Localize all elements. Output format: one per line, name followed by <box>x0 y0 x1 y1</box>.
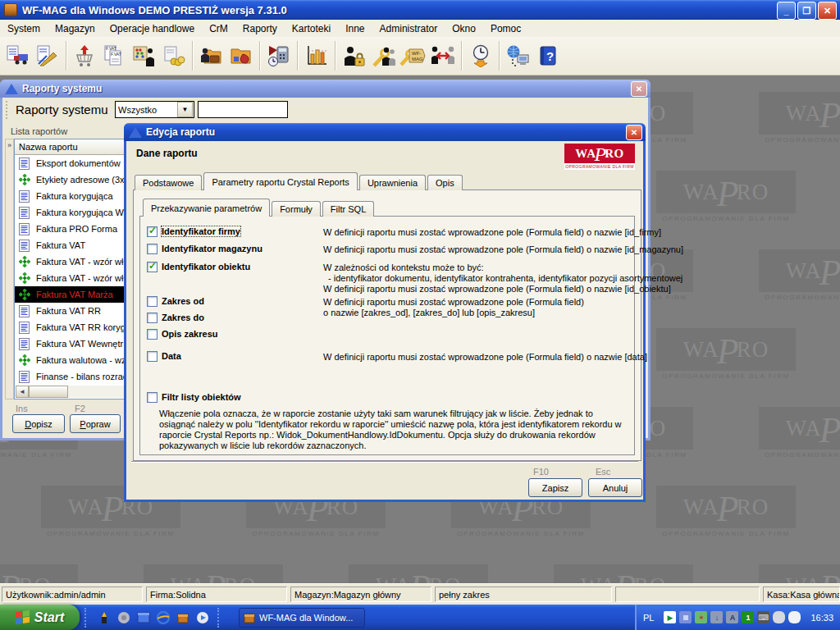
wapro-watermark: WAPROOPROGRAMOWANIE DLA FIRM <box>349 564 488 583</box>
wizard-icon[interactable] <box>96 609 112 626</box>
main-toolbar: F.VATF.VAT WF-MAG ? <box>0 37 840 75</box>
money-documents-icon[interactable] <box>159 39 189 72</box>
menu-pomoc[interactable]: Pomoc <box>483 21 528 37</box>
scroll-left-icon[interactable]: ◄ <box>16 386 29 398</box>
label-data: Data <box>162 351 181 361</box>
wfmag-config-icon[interactable]: WF-MAG <box>399 39 428 72</box>
close-button[interactable]: ✕ <box>818 2 837 20</box>
checkbox-identyfikator-firmy[interactable] <box>147 226 158 237</box>
tab-uprawnienia[interactable]: Uprawnienia <box>359 175 426 190</box>
status-range: pełny zakres <box>435 587 612 602</box>
edit-dialog-titlebar[interactable]: Edycja raportu ✕ <box>124 123 646 141</box>
fvat-invoices-icon[interactable]: F.VATF.VAT <box>100 39 130 72</box>
messenger-icon[interactable] <box>116 609 132 626</box>
tab-parametry-crystal[interactable]: Parametry raportu Crystal Reports <box>203 172 358 190</box>
main-window-title: WF-MAG dla Windows DEMO PRESTIŻ wersja 7… <box>22 4 287 16</box>
calculator-clock-icon[interactable] <box>264 39 294 72</box>
windows-app-icon[interactable] <box>135 609 152 626</box>
report-player-tray-icon[interactable]: ▶ <box>664 611 676 623</box>
edit-report-button[interactable]: Popraw <box>70 414 121 433</box>
toolbar-grip <box>6 101 10 119</box>
report-name: Faktura korygująca <box>36 191 113 201</box>
users-transfer-icon[interactable] <box>428 39 458 72</box>
menu-operacje-handlowe[interactable]: Operacje handlowe <box>103 21 202 37</box>
checkbox-zakres-od[interactable] <box>147 296 158 307</box>
document-report-icon <box>19 305 31 317</box>
bar-chart-icon[interactable] <box>302 39 331 72</box>
shortcut-f2: F2 <box>75 404 85 413</box>
add-report-button[interactable]: Dopisz <box>12 414 65 433</box>
desktop: WF-MAG dla Windows DEMO PRESTIŻ wersja 7… <box>0 0 840 630</box>
checkbox-filtr-listy-obiektow[interactable] <box>147 392 158 403</box>
tab-podstawowe[interactable]: Podstawowe <box>135 175 202 190</box>
internet-explorer-icon[interactable] <box>155 609 171 626</box>
crystal-report-icon <box>19 354 31 367</box>
network-tray-icon[interactable] <box>679 611 692 623</box>
save-button[interactable]: Zapisz <box>528 478 582 497</box>
checkbox-opis-zakresu[interactable] <box>147 329 158 340</box>
menu-inne[interactable]: Inne <box>338 21 372 37</box>
help-icon[interactable]: ? <box>533 39 563 72</box>
dialog-close-icon[interactable]: ✕ <box>626 125 642 140</box>
menu-administrator[interactable]: Administrator <box>372 21 445 37</box>
keyboard-tray-icon[interactable]: ⌨ <box>757 611 769 623</box>
documents-truck-icon[interactable] <box>3 39 33 72</box>
checkbox-zakres-do[interactable] <box>147 313 158 323</box>
menu-kartoteki[interactable]: Kartoteki <box>285 21 338 37</box>
menu-raporty[interactable]: Raporty <box>235 21 285 37</box>
folder-products-icon[interactable] <box>226 39 256 72</box>
wapro-watermark: WAPROOPROGRAMOWANIE DLA FIRM <box>554 564 693 583</box>
report-name: Faktura VAT <box>36 240 85 250</box>
menu-magazyn[interactable]: Magazyn <box>48 21 103 37</box>
abacus-person-icon[interactable] <box>130 39 159 72</box>
report-name: Eksport dokumentów <box>36 158 121 168</box>
cancel-button[interactable]: Anuluj <box>588 478 642 497</box>
start-button[interactable]: Start <box>0 605 80 630</box>
wapro-watermark: WAPROOPROGRAMOWANIE DLA FIRM <box>759 407 840 459</box>
mouse-tray-icon[interactable] <box>773 611 785 623</box>
menu-crm[interactable]: CrM <box>202 21 235 37</box>
user-lock-icon[interactable] <box>340 39 369 72</box>
tab-formuly[interactable]: Formuły <box>272 201 321 217</box>
language-indicator[interactable]: PL <box>643 613 654 623</box>
pointer-tray-icon[interactable] <box>788 611 801 623</box>
collapse-panel[interactable]: » <box>5 139 14 399</box>
scrollbar-thumb[interactable] <box>29 386 68 398</box>
clock-update-icon[interactable] <box>466 39 495 72</box>
checkbox-identyfikator-magazynu[interactable] <box>147 244 158 254</box>
checkbox-data[interactable] <box>147 351 158 362</box>
menu-okno[interactable]: Okno <box>445 21 483 37</box>
wf-mag-quicklaunch-icon[interactable] <box>175 609 191 626</box>
media-player-icon[interactable] <box>194 609 211 626</box>
report-name: Etykiety adresowe (3x <box>36 175 125 185</box>
report-filter-combobox[interactable]: Wszystko ▼ <box>115 101 194 118</box>
app-icon <box>4 3 17 16</box>
cart-export-icon[interactable] <box>71 39 100 72</box>
reports-window-titlebar[interactable]: Raporty systemu ✕ <box>0 80 651 98</box>
letter-a-tray-icon[interactable]: A <box>726 611 738 623</box>
quicklaunch-grip[interactable] <box>84 608 89 628</box>
taskbar-button-wfmag[interactable]: WF-MAG dla Window... <box>239 608 365 628</box>
tab-przekazywanie-parametrow[interactable]: Przekazywanie parametrów <box>143 199 270 217</box>
remote-connection-icon[interactable] <box>504 39 533 72</box>
status-tray-icon[interactable]: ✶ <box>695 611 707 623</box>
folder-contractor-icon[interactable] <box>197 39 226 72</box>
users-wrench-icon[interactable] <box>369 39 399 72</box>
chevron-down-icon[interactable]: ▼ <box>177 102 193 117</box>
status-empty <box>615 587 760 602</box>
download-tray-icon[interactable]: ↓ <box>710 611 723 623</box>
reports-close-icon[interactable]: ✕ <box>631 81 647 97</box>
edit-contact-icon[interactable] <box>33 39 62 72</box>
document-report-icon <box>19 158 31 170</box>
tab-opis[interactable]: Opis <box>427 175 463 190</box>
checkbox-identyfikator-obiektu[interactable] <box>147 262 158 272</box>
taskbar: Start WF-MAG dla Window... PL ▶ ✶ ↓ A 1 … <box>0 605 840 630</box>
report-search-input[interactable] <box>198 101 288 118</box>
numlock-tray-icon[interactable]: 1 <box>742 611 754 623</box>
tab-filtr-sql[interactable]: Filtr SQL <box>322 201 374 217</box>
menu-system[interactable]: System <box>0 21 48 37</box>
restore-button[interactable]: ❐ <box>797 2 816 20</box>
taskbar-grip[interactable] <box>217 608 222 628</box>
report-name: Faktura VAT - wzór wł <box>36 257 123 267</box>
minimize-button[interactable]: _ <box>777 2 796 20</box>
